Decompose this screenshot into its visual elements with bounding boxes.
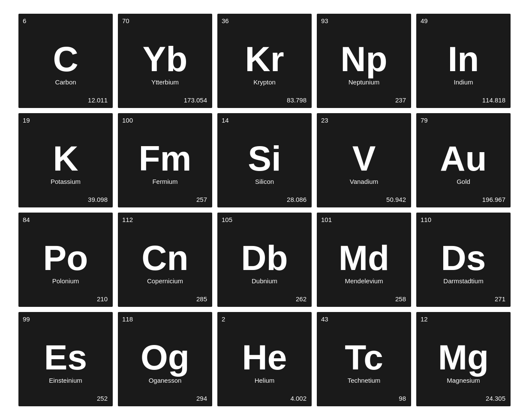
element-card-ds: 110DsDarmstadtium271 xyxy=(416,213,511,307)
atomic-number: 110 xyxy=(421,216,431,223)
element-card-np: 93NpNeptunium237 xyxy=(317,14,411,108)
element-name: Indium xyxy=(454,78,473,86)
element-card-tc: 43TcTechnetium98 xyxy=(317,312,411,406)
atomic-mass: 257 xyxy=(196,196,207,203)
atomic-number: 2 xyxy=(222,315,225,323)
element-name: Einsteinium xyxy=(49,377,82,384)
element-name: Polonium xyxy=(52,277,79,285)
atomic-number: 70 xyxy=(122,17,129,24)
element-symbol: Es xyxy=(44,340,87,375)
element-name: Carbon xyxy=(55,78,76,86)
element-name: Dubnium xyxy=(252,277,277,285)
element-name: Potassium xyxy=(51,178,81,185)
element-symbol: Cn xyxy=(141,240,188,276)
atomic-mass: 50.942 xyxy=(386,196,406,203)
element-card-og: 118OgOganesson294 xyxy=(118,312,212,406)
atomic-mass: 83.798 xyxy=(287,96,307,104)
element-card-md: 101MdMendelevium258 xyxy=(317,213,411,307)
element-card-c: 6CCarbon12.011 xyxy=(18,14,113,108)
element-card-po: 84PoPolonium210 xyxy=(18,213,113,307)
element-name: Krypton xyxy=(253,78,276,86)
atomic-number: 43 xyxy=(321,315,328,323)
element-symbol: Fm xyxy=(139,141,192,176)
element-symbol: V xyxy=(352,141,376,176)
element-symbol: Po xyxy=(43,240,88,276)
element-card-v: 23VVanadium50.942 xyxy=(317,113,411,207)
atomic-number: 36 xyxy=(222,17,229,24)
element-name: Gold xyxy=(457,178,470,185)
atomic-number: 49 xyxy=(421,17,428,24)
atomic-number: 112 xyxy=(122,216,133,223)
element-name: Technetium xyxy=(348,377,381,384)
element-symbol: Kr xyxy=(245,42,284,77)
element-symbol: Ds xyxy=(441,240,486,276)
atomic-mass: 196.967 xyxy=(482,196,505,203)
atomic-number: 23 xyxy=(321,117,328,124)
atomic-mass: 285 xyxy=(196,295,207,303)
element-name: Ytterbium xyxy=(151,78,179,86)
element-card-mg: 12MgMagnesium24.305 xyxy=(416,312,511,406)
atomic-mass: 28.086 xyxy=(287,196,307,203)
atomic-mass: 237 xyxy=(395,96,406,104)
element-name: Oganesson xyxy=(149,377,182,384)
atomic-number: 99 xyxy=(23,315,30,323)
element-symbol: C xyxy=(53,42,78,77)
element-symbol: Au xyxy=(440,141,487,176)
atomic-number: 93 xyxy=(321,17,328,24)
atomic-mass: 294 xyxy=(196,395,207,402)
element-name: Mendelevium xyxy=(345,277,383,285)
atomic-number: 12 xyxy=(421,315,428,323)
element-name: Helium xyxy=(255,377,275,384)
atomic-mass: 252 xyxy=(97,395,108,402)
element-card-cn: 112CnCopernicium285 xyxy=(118,213,212,307)
element-symbol: Md xyxy=(339,240,389,276)
atomic-mass: 210 xyxy=(97,295,108,303)
atomic-number: 100 xyxy=(122,117,133,124)
atomic-mass: 173.054 xyxy=(184,96,207,104)
element-name: Silicon xyxy=(255,178,274,185)
atomic-mass: 4.002 xyxy=(290,395,307,402)
element-symbol: He xyxy=(242,340,287,375)
element-card-kr: 36KrKrypton83.798 xyxy=(217,14,312,108)
element-name: Neptunium xyxy=(349,78,380,86)
atomic-mass: 271 xyxy=(495,295,505,303)
element-symbol: K xyxy=(53,141,78,176)
element-card-db: 105DbDubnium262 xyxy=(217,213,312,307)
element-card-au: 79AuGold196.967 xyxy=(416,113,511,207)
atomic-number: 101 xyxy=(321,216,332,223)
element-symbol: Si xyxy=(248,141,281,176)
element-symbol: Mg xyxy=(438,340,489,375)
atomic-number: 19 xyxy=(23,117,30,124)
atomic-mass: 39.098 xyxy=(88,196,108,203)
element-symbol: In xyxy=(448,42,479,77)
element-symbol: Np xyxy=(340,42,387,77)
element-card-in: 49InIndium114.818 xyxy=(416,14,511,108)
element-name: Vanadium xyxy=(350,178,378,185)
element-name: Fermium xyxy=(152,178,177,185)
element-card-yb: 70YbYtterbium173.054 xyxy=(118,14,212,108)
element-card-si: 14SiSilicon28.086 xyxy=(217,113,312,207)
atomic-mass: 24.305 xyxy=(486,395,505,402)
element-card-fm: 100FmFermium257 xyxy=(118,113,212,207)
atomic-mass: 98 xyxy=(399,395,406,402)
atomic-number: 79 xyxy=(421,117,428,124)
periodic-table-grid: 6CCarbon12.01170YbYtterbium173.05436KrKr… xyxy=(10,5,519,415)
element-symbol: Tc xyxy=(345,340,383,375)
element-name: Darmstadtium xyxy=(443,277,483,285)
element-symbol: Yb xyxy=(143,42,188,77)
atomic-number: 6 xyxy=(23,17,26,24)
element-name: Copernicium xyxy=(147,277,183,285)
atomic-mass: 12.011 xyxy=(88,96,108,104)
atomic-number: 14 xyxy=(222,117,229,124)
atomic-number: 84 xyxy=(23,216,30,223)
element-symbol: Db xyxy=(241,240,288,276)
atomic-number: 105 xyxy=(222,216,232,223)
element-name: Magnesium xyxy=(447,377,480,384)
atomic-mass: 262 xyxy=(296,295,307,303)
element-symbol: Og xyxy=(141,340,189,375)
element-card-he: 2HeHelium4.002 xyxy=(217,312,312,406)
atomic-number: 118 xyxy=(122,315,133,323)
element-card-k: 19KPotassium39.098 xyxy=(18,113,113,207)
atomic-mass: 258 xyxy=(395,295,406,303)
atomic-mass: 114.818 xyxy=(482,96,505,104)
